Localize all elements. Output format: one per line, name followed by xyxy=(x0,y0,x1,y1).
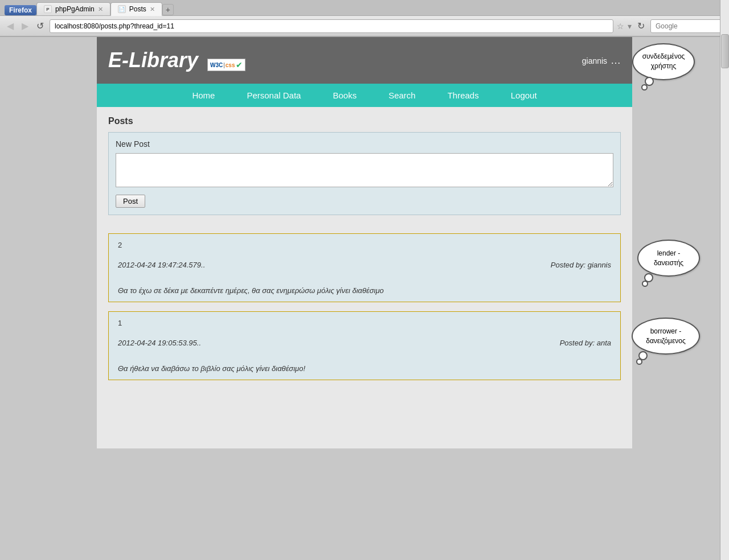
nav-link-personal-data[interactable]: Personal Data xyxy=(231,84,317,107)
tab-phppgadmin[interactable]: P phpPgAdmin ✕ xyxy=(36,2,110,15)
post-meta-1: 2012-04-24 19:05:53.95.. Posted by: anta xyxy=(118,339,611,347)
tab2-label: Posts xyxy=(129,5,146,13)
nav-item-threads[interactable]: Threads xyxy=(432,84,495,107)
tab-icon: P xyxy=(44,5,52,13)
tab2-icon: 📄 xyxy=(118,5,126,13)
forward-button[interactable]: ▶ xyxy=(19,19,31,32)
tab1-label: phpPgAdmin xyxy=(55,5,95,13)
site-title: E-Library xyxy=(108,48,198,72)
valid-checkmark: ✔ xyxy=(236,60,243,69)
refresh-btn[interactable]: ↻ xyxy=(635,19,647,32)
main-content: Posts New Post Post 2 2012-04-24 19:47:2… xyxy=(97,107,632,448)
new-tab-button[interactable]: + xyxy=(162,4,174,15)
post-button[interactable]: Post xyxy=(116,195,145,208)
post-item-2: 2 2012-04-24 19:47:24.579.. Posted by: g… xyxy=(108,233,621,302)
nav-link-threads[interactable]: Threads xyxy=(432,84,495,107)
new-post-textarea[interactable] xyxy=(116,153,613,187)
back-button[interactable]: ◀ xyxy=(5,19,16,32)
annotation-bubble-2: lender - δανειστής xyxy=(637,240,700,277)
username-display: giannis xyxy=(582,56,607,65)
nav-link-home[interactable]: Home xyxy=(176,84,231,107)
spacer xyxy=(108,224,621,233)
bookmark-star[interactable]: ☆ xyxy=(617,22,624,31)
scrollbar-thumb[interactable] xyxy=(721,34,729,68)
user-info-area: giannis … συνδεδεμένος χρήστης xyxy=(582,55,621,67)
post-author-2: Posted by: giannis xyxy=(551,261,611,269)
bubble2-text: lender - δανειστής xyxy=(646,249,691,268)
w3c-badge: W3C | css ✔ xyxy=(207,59,246,71)
post-meta-2: 2012-04-24 19:47:24.579.. Posted by: gia… xyxy=(118,261,611,269)
post-date-1: 2012-04-24 19:05:53.95.. xyxy=(118,339,201,347)
logo-area: E-Library W3C | css ✔ xyxy=(108,48,245,72)
bubble1-text: συνδεδεμένος χρήστης xyxy=(641,52,686,71)
post-content-1: Θα ήθελα να διαβάσω το βιβλίο σας μόλις … xyxy=(118,364,611,373)
browser-chrome: Firefox P phpPgAdmin ✕ 📄 Posts ✕ + ◀ ▶ ↺… xyxy=(0,0,729,37)
nav-item-home[interactable]: Home xyxy=(176,84,231,107)
nav-item-logout[interactable]: Logout xyxy=(495,84,553,107)
tab1-close[interactable]: ✕ xyxy=(98,6,103,13)
url-bar[interactable] xyxy=(50,19,613,33)
page-wrapper: E-Library W3C | css ✔ giannis … συνδεδεμ… xyxy=(97,37,632,448)
tab-posts[interactable]: 📄 Posts ✕ xyxy=(110,2,162,16)
site-header: E-Library W3C | css ✔ giannis … συνδεδεμ… xyxy=(97,37,632,84)
page-title: Posts xyxy=(108,116,621,126)
browser-search-input[interactable] xyxy=(650,19,724,33)
thought-connector: … xyxy=(611,55,621,66)
nav-link-search[interactable]: Search xyxy=(372,84,432,107)
scrollbar-track[interactable] xyxy=(720,0,729,549)
annotation-bubble-1: συνδεδεμένος χρήστης xyxy=(632,43,695,80)
new-post-label: New Post xyxy=(116,139,613,149)
post-date-2: 2012-04-24 19:47:24.579.. xyxy=(118,261,205,269)
post-content-2: Θα το έχω σε δέκα με δεκαπέντε ημέρες, θ… xyxy=(118,286,611,295)
bookmark-list[interactable]: ▾ xyxy=(628,22,632,31)
nav-link-logout[interactable]: Logout xyxy=(495,84,553,107)
nav-list: Home Personal Data Books Search Threads … xyxy=(97,84,632,107)
post-item-1: 1 2012-04-24 19:05:53.95.. Posted by: an… xyxy=(108,311,621,380)
nav-link-books[interactable]: Books xyxy=(317,84,372,107)
browser-navbar: ◀ ▶ ↺ ☆ ▾ ↻ xyxy=(0,16,729,36)
nav-item-personal-data[interactable]: Personal Data xyxy=(231,84,317,107)
nav-item-search[interactable]: Search xyxy=(372,84,432,107)
tab2-close[interactable]: ✕ xyxy=(150,6,155,13)
post-author-1: Posted by: anta xyxy=(560,339,611,347)
nav-item-books[interactable]: Books xyxy=(317,84,372,107)
css-text: css xyxy=(226,62,235,68)
annotation-bubble-3: borrower - δανειζόμενος xyxy=(632,318,700,355)
post-number-2: 2 xyxy=(118,241,611,249)
w3c-text: W3C xyxy=(210,62,223,68)
tabs-row: Firefox P phpPgAdmin ✕ 📄 Posts ✕ + xyxy=(0,0,729,16)
post-number-1: 1 xyxy=(118,319,611,327)
site-nav: Home Personal Data Books Search Threads … xyxy=(97,84,632,107)
reload-button[interactable]: ↺ xyxy=(34,19,46,32)
new-post-form: New Post Post xyxy=(108,132,621,215)
firefox-button[interactable]: Firefox xyxy=(5,5,36,15)
bubble3-text: borrower - δανειζόμενος xyxy=(641,327,691,346)
